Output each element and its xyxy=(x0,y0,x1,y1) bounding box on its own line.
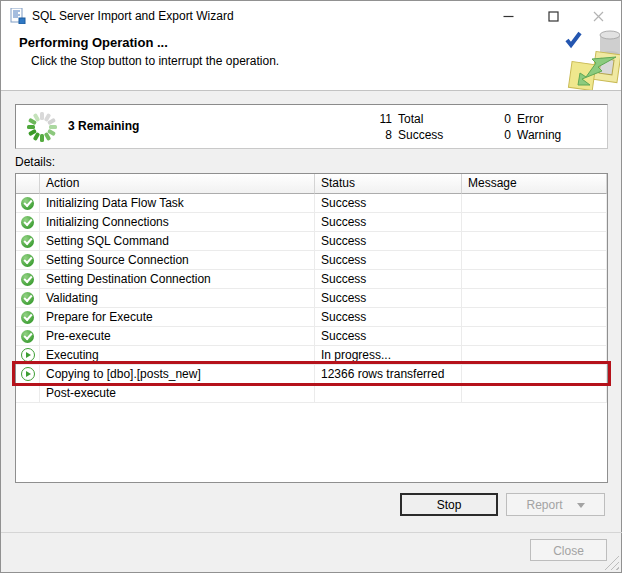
status-cell: Success xyxy=(315,213,462,232)
table-row[interactable]: Initializing ConnectionsSuccess xyxy=(16,213,607,232)
details-table: Action Status Message Initializing Data … xyxy=(15,173,608,483)
success-icon xyxy=(21,292,34,305)
table-row[interactable]: Pre-executeSuccess xyxy=(16,327,607,346)
table-row[interactable]: Setting Destination ConnectionSuccess xyxy=(16,270,607,289)
action-cell: Initializing Connections xyxy=(40,213,315,232)
message-cell xyxy=(462,213,607,232)
total-label: Total xyxy=(392,111,485,127)
total-count: 11 xyxy=(362,111,392,127)
table-row[interactable]: Setting SQL CommandSuccess xyxy=(16,232,607,251)
wizard-graphic xyxy=(562,29,620,90)
report-button[interactable]: Report xyxy=(506,493,605,516)
error-count: 0 xyxy=(485,111,511,127)
report-dropdown-icon xyxy=(577,503,585,508)
in-progress-icon xyxy=(21,367,35,381)
table-row[interactable]: ExecutingIn progress... xyxy=(16,346,607,365)
table-row[interactable]: Setting Source ConnectionSuccess xyxy=(16,251,607,270)
progress-spinner-icon xyxy=(25,110,59,144)
row-status-icon-cell xyxy=(16,327,40,346)
minimize-button[interactable] xyxy=(486,1,531,31)
success-count: 8 xyxy=(362,127,392,143)
minimize-icon xyxy=(503,11,514,22)
status-cell: In progress... xyxy=(315,346,462,365)
message-cell xyxy=(462,251,607,270)
status-cell: Success xyxy=(315,327,462,346)
success-icon xyxy=(21,330,34,343)
message-cell xyxy=(462,232,607,251)
message-cell xyxy=(462,346,607,365)
action-cell: Pre-execute xyxy=(40,327,315,346)
action-cell: Setting SQL Command xyxy=(40,232,315,251)
page-subtitle: Click the Stop button to interrupt the o… xyxy=(31,54,279,68)
action-cell: Prepare for Execute xyxy=(40,308,315,327)
success-label: Success xyxy=(392,127,485,143)
row-status-icon-cell xyxy=(16,251,40,270)
status-cell: Success xyxy=(315,232,462,251)
message-cell xyxy=(462,289,607,308)
action-cell: Executing xyxy=(40,346,315,365)
row-status-icon-cell xyxy=(16,384,40,403)
row-status-icon-cell xyxy=(16,308,40,327)
header-area: SQL Server Import and Export Wizard Perf… xyxy=(1,1,621,91)
message-cell xyxy=(462,365,607,384)
stop-button[interactable]: Stop xyxy=(400,493,498,516)
close-window-button[interactable] xyxy=(576,1,621,31)
message-cell xyxy=(462,327,607,346)
wizard-window: SQL Server Import and Export Wizard Perf… xyxy=(0,0,622,573)
message-cell xyxy=(462,194,607,213)
success-icon xyxy=(21,254,34,267)
page-title: Performing Operation ... xyxy=(19,35,168,50)
app-icon xyxy=(10,8,26,24)
progress-summary-panel: 3 Remaining 11 Total 0 Error 8 Success 0… xyxy=(15,104,608,149)
success-icon xyxy=(21,197,34,210)
action-cell: Setting Destination Connection xyxy=(40,270,315,289)
stats-grid: 11 Total 0 Error 8 Success 0 Warning xyxy=(362,111,561,143)
table-row[interactable]: Prepare for ExecuteSuccess xyxy=(16,308,607,327)
status-cell: Success xyxy=(315,251,462,270)
titlebar: SQL Server Import and Export Wizard xyxy=(1,1,621,31)
error-label: Error xyxy=(511,111,561,127)
status-cell: 12366 rows transferred xyxy=(315,365,462,384)
success-icon xyxy=(21,235,34,248)
table-row[interactable]: Copying to [dbo].[posts_new]12366 rows t… xyxy=(16,365,607,384)
status-cell: Success xyxy=(315,289,462,308)
action-cell: Initializing Data Flow Task xyxy=(40,194,315,213)
remaining-count: 3 Remaining xyxy=(68,105,139,148)
status-cell: Success xyxy=(315,194,462,213)
success-icon xyxy=(21,216,34,229)
action-cell: Setting Source Connection xyxy=(40,251,315,270)
close-icon xyxy=(593,11,604,22)
table-row[interactable]: ValidatingSuccess xyxy=(16,289,607,308)
message-column-header[interactable]: Message xyxy=(462,174,607,194)
row-status-icon-cell xyxy=(16,365,40,384)
status-column-header[interactable]: Status xyxy=(315,174,462,194)
report-button-label: Report xyxy=(526,498,562,512)
message-cell xyxy=(462,270,607,289)
icon-column-header[interactable] xyxy=(16,174,40,194)
row-status-icon-cell xyxy=(16,289,40,308)
action-cell: Post-execute xyxy=(40,384,315,403)
in-progress-icon xyxy=(21,348,35,362)
status-cell xyxy=(315,384,462,403)
table-row[interactable]: Initializing Data Flow TaskSuccess xyxy=(16,194,607,213)
row-status-icon-cell xyxy=(16,346,40,365)
maximize-icon xyxy=(548,11,559,22)
action-column-header[interactable]: Action xyxy=(40,174,315,194)
status-cell: Success xyxy=(315,270,462,289)
row-status-icon-cell xyxy=(16,232,40,251)
success-icon xyxy=(21,311,34,324)
maximize-button[interactable] xyxy=(531,1,576,31)
message-cell xyxy=(462,384,607,403)
window-title: SQL Server Import and Export Wizard xyxy=(32,1,234,31)
success-icon xyxy=(21,273,34,286)
warning-label: Warning xyxy=(511,127,561,143)
table-row[interactable]: Post-execute xyxy=(16,384,607,403)
close-button[interactable]: Close xyxy=(530,539,607,561)
footer-divider xyxy=(1,532,622,533)
table-body: Initializing Data Flow TaskSuccessInitia… xyxy=(16,194,607,403)
row-status-icon-cell xyxy=(16,270,40,289)
table-header: Action Status Message xyxy=(16,174,607,194)
action-cell: Copying to [dbo].[posts_new] xyxy=(40,365,315,384)
action-cell: Validating xyxy=(40,289,315,308)
message-cell xyxy=(462,308,607,327)
